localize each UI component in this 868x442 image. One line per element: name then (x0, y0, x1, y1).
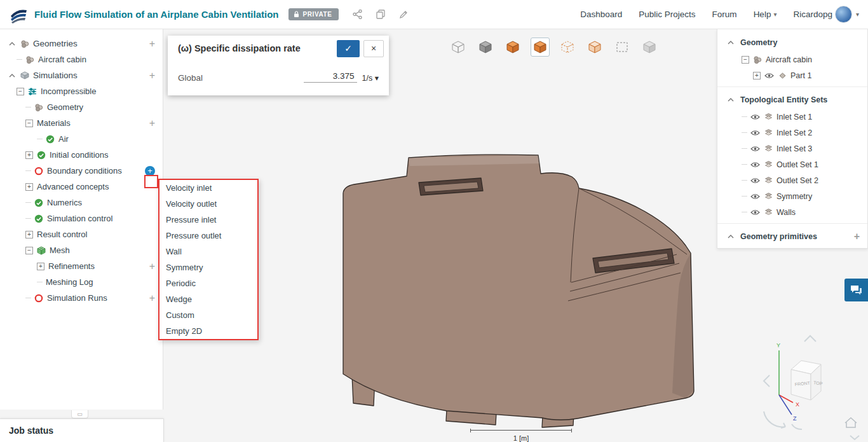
collapse-chevron-icon[interactable] (8, 74, 17, 78)
menu-item-custom[interactable]: Custom (159, 307, 257, 323)
tree-item-simulation-control[interactable]: Simulation control (0, 211, 163, 226)
add-boundary-condition-button[interactable]: + (145, 166, 155, 176)
menu-item-empty-2d[interactable]: Empty 2D (159, 323, 257, 339)
expand-box-icon[interactable]: + (25, 151, 33, 159)
collapse-chevron-icon[interactable] (726, 235, 735, 238)
navigation-cube[interactable]: FRONT TOP Y X Z (755, 330, 868, 442)
tree-item-simulations[interactable]: Simulations+ (0, 67, 163, 83)
expand-box-icon[interactable]: + (37, 263, 44, 270)
tree-item-refinements[interactable]: +Refinements+ (0, 258, 163, 274)
add-geometry-primitive-button[interactable]: + (854, 231, 860, 242)
menu-item-periodic[interactable]: Periodic (159, 275, 257, 291)
visibility-eye-icon[interactable] (750, 146, 760, 152)
section-header-topological-entity-sets[interactable]: Topological Entity Sets (717, 90, 867, 109)
chat-button[interactable] (844, 279, 868, 301)
menu-item-velocity-outlet[interactable]: Velocity outlet (159, 196, 257, 212)
rotate-down-chevron-icon[interactable] (850, 436, 859, 439)
show-surfaces-icon[interactable] (531, 38, 550, 57)
rotate-ccw-arrow-icon[interactable] (764, 411, 785, 428)
visibility-eye-icon[interactable] (750, 114, 760, 120)
rotate-up-chevron-icon[interactable] (804, 336, 816, 342)
expand-box-icon[interactable]: + (25, 231, 33, 238)
collapse-chevron-icon[interactable] (8, 42, 17, 46)
add-simulations-button[interactable]: + (149, 71, 155, 81)
section-header-geometry-primitives[interactable]: Geometry primitives+ (717, 227, 867, 245)
scene-item-symmetry[interactable]: Symmetry (717, 188, 867, 204)
nav-item-help[interactable]: Help▾ (754, 10, 777, 19)
isometric-view-icon[interactable] (449, 38, 468, 57)
visibility-eye-icon[interactable] (750, 193, 760, 200)
visibility-eye-icon[interactable] (750, 162, 760, 168)
scene-item-inlet-set-1[interactable]: Inlet Set 1 (717, 109, 867, 125)
home-view-icon[interactable] (845, 418, 857, 427)
visibility-eye-icon[interactable] (750, 177, 760, 184)
box-select-icon[interactable] (613, 38, 632, 57)
tree-item-incompressible[interactable]: −Incompressible (0, 83, 163, 99)
tree-item-air[interactable]: Air (0, 131, 163, 147)
tree-item-materials[interactable]: −Materials+ (0, 115, 163, 131)
tree-item-geometry[interactable]: Geometry (0, 99, 163, 115)
menu-item-pressure-inlet[interactable]: Pressure inlet (159, 212, 257, 228)
scene-item-part-1[interactable]: +Part 1 (717, 67, 867, 83)
section-header-geometry[interactable]: Geometry (717, 33, 867, 52)
job-status-bar[interactable]: Job status (0, 418, 164, 442)
rotate-left-chevron-icon[interactable] (764, 375, 770, 387)
nav-item-public-projects[interactable]: Public Projects (639, 10, 695, 19)
apply-button[interactable]: ✓ (337, 40, 360, 57)
scene-item-walls[interactable]: Walls (717, 204, 867, 220)
menu-item-wall[interactable]: Wall (159, 244, 257, 259)
nav-item-dashboard[interactable]: Dashboard (580, 10, 622, 19)
menu-item-pressure-outlet[interactable]: Pressure outlet (159, 228, 257, 244)
unit-dropdown[interactable]: 1/s ▾ (362, 73, 379, 83)
tree-item-aircraft-cabin[interactable]: Aircraft cabin (0, 52, 163, 67)
tree-item-simulation-runs[interactable]: Simulation Runs+ (0, 290, 163, 306)
menu-item-wedge[interactable]: Wedge (159, 291, 257, 307)
tree-item-mesh[interactable]: −Mesh (0, 242, 163, 258)
collapse-chevron-icon[interactable] (726, 41, 735, 45)
collapse-box-icon[interactable]: − (25, 247, 33, 254)
tree-item-numerics[interactable]: Numerics (0, 195, 163, 211)
tree-item-meshing-log[interactable]: Meshing Log (0, 274, 163, 290)
add-refinements-button[interactable]: + (149, 261, 155, 272)
add-geometries-button[interactable]: + (149, 39, 155, 49)
collapse-box-icon[interactable]: − (742, 56, 749, 64)
dissipation-rate-input[interactable] (304, 70, 357, 83)
close-button[interactable]: × (363, 40, 384, 57)
visibility-eye-icon[interactable] (750, 130, 760, 136)
share-icon[interactable] (353, 10, 362, 19)
visibility-eye-icon[interactable] (750, 209, 760, 216)
scene-item-outlet-set-1[interactable]: Outlet Set 1 (717, 156, 867, 172)
nav-item-ricardopg[interactable]: Ricardopg (793, 10, 832, 19)
tree-item-geometries[interactable]: Geometries+ (0, 36, 163, 52)
tree-item-boundary-conditions[interactable]: Boundary conditions+ (0, 163, 163, 179)
rotate-cw-arrow-icon[interactable] (792, 424, 802, 429)
transparent-view-icon[interactable] (558, 38, 577, 57)
tree-item-result-control[interactable]: +Result control (0, 226, 163, 242)
sidebar-collapse-tab[interactable]: ▭ (71, 410, 88, 418)
hide-geometry-icon[interactable] (476, 38, 495, 57)
edit-pencil-icon[interactable] (399, 10, 408, 19)
collapse-chevron-icon[interactable] (726, 98, 735, 102)
scene-item-inlet-set-2[interactable]: Inlet Set 2 (717, 125, 867, 141)
scene-item-aircraft-cabin[interactable]: −Aircraft cabin (717, 52, 867, 67)
expand-box-icon[interactable]: + (25, 183, 33, 191)
expand-box-icon[interactable]: + (753, 72, 761, 79)
reset-selection-icon[interactable] (640, 38, 659, 57)
collapse-box-icon[interactable]: − (17, 88, 24, 95)
show-geometry-icon[interactable] (503, 38, 522, 57)
scene-item-outlet-set-2[interactable]: Outlet Set 2 (717, 172, 867, 188)
wireframe-view-icon[interactable] (585, 38, 604, 57)
tree-item-initial-conditions[interactable]: +Initial conditions (0, 147, 163, 163)
avatar[interactable] (835, 6, 852, 23)
view-cube[interactable]: FRONT TOP (791, 361, 823, 400)
menu-item-velocity-inlet[interactable]: Velocity inlet (159, 180, 257, 196)
collapse-box-icon[interactable]: − (25, 120, 33, 127)
menu-item-symmetry[interactable]: Symmetry (159, 259, 257, 275)
visibility-eye-icon[interactable] (764, 73, 774, 79)
duplicate-icon[interactable] (376, 10, 385, 19)
add-materials-button[interactable]: + (149, 118, 155, 128)
scene-item-inlet-set-3[interactable]: Inlet Set 3 (717, 141, 867, 156)
account-chevron-down-icon[interactable]: ▾ (856, 11, 859, 18)
tree-item-advanced-concepts[interactable]: +Advanced concepts (0, 179, 163, 195)
nav-item-forum[interactable]: Forum (712, 10, 737, 19)
